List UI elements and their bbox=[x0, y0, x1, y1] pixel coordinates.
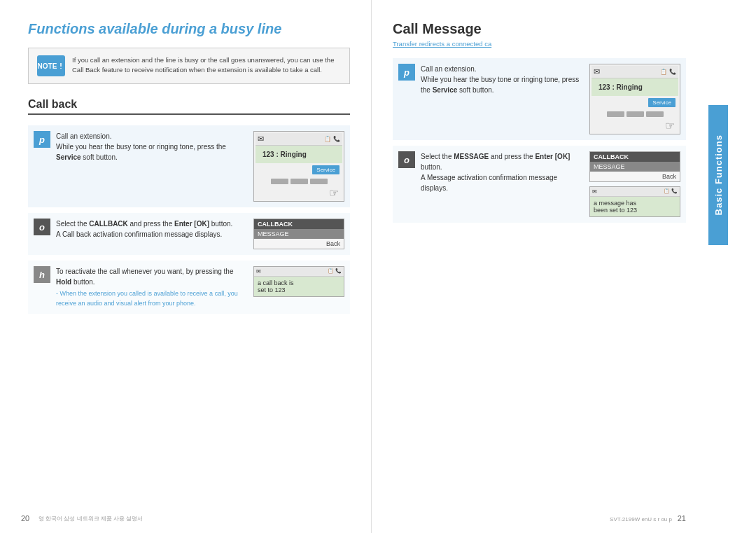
step-o-content: Select the CALLBACK and press the Enter … bbox=[56, 219, 248, 240]
step-o-letter: o bbox=[34, 219, 50, 235]
step-h-text1: To reactivate the call whenever you want… bbox=[56, 266, 248, 287]
step-p-text2: While you hear the busy tone or ringing … bbox=[56, 141, 248, 162]
callset-display-text: a call back isset to 123 bbox=[254, 277, 344, 296]
right-phone-envelope-icon: ✉ bbox=[594, 67, 600, 76]
step-p-content: Call an extension. While you hear the bu… bbox=[56, 131, 248, 162]
soft-buttons bbox=[255, 176, 342, 186]
step-o-callback-screen: CALLBACK MESSAGE Back bbox=[253, 219, 344, 249]
callback-message-item: MESSAGE bbox=[254, 229, 344, 239]
left-page: Functions available during a busy line N… bbox=[0, 0, 371, 533]
callback-header-text: CALLBACK bbox=[254, 219, 344, 229]
callback-subsection-title: Call back bbox=[28, 98, 350, 115]
step-o-text: Select the CALLBACK and press the Enter … bbox=[56, 219, 248, 229]
step-h-note: - When the extension you called is avail… bbox=[56, 289, 248, 308]
step-p-row: p Call an extension. While you hear the … bbox=[28, 125, 350, 207]
right-step-o-confirm: A Message activation confirmation messag… bbox=[421, 172, 584, 193]
note-text: If you call an extension and the line is… bbox=[72, 55, 341, 76]
step-h-letter: h bbox=[34, 266, 50, 283]
phone-envelope-icon: ✉ bbox=[258, 134, 264, 144]
right-callback-header: CALLBACK bbox=[590, 152, 680, 162]
step-o-row: o Select the CALLBACK and press the Ente… bbox=[28, 213, 350, 255]
step-o-confirm: A Call back activation confirmation mess… bbox=[56, 229, 248, 240]
right-phone-ringing-text: 123 : Ringing bbox=[595, 81, 675, 93]
step-p-text1: Call an extension. bbox=[56, 131, 248, 141]
phone-ringing-text: 123 : Ringing bbox=[259, 148, 339, 160]
left-section-title: Functions available during a busy line bbox=[28, 21, 350, 37]
callback-back-btn: Back bbox=[254, 239, 344, 249]
hand-cursor-icon: ☞ bbox=[255, 186, 342, 200]
page-number-left: 20 bbox=[21, 514, 29, 522]
transfer-note: Transfer redirects a connected ca bbox=[393, 40, 686, 48]
right-step-p-screen: ✉ 📋📞 123 : Ringing Service bbox=[589, 64, 680, 134]
step-h-screen: ✉ 📋📞 a call back isset to 123 bbox=[253, 266, 344, 297]
right-step-o-text: Select the MESSAGE and press the Enter [… bbox=[421, 151, 584, 172]
step-h-row: h To reactivate the call whenever you wa… bbox=[28, 261, 350, 314]
note-icon: NOTE bbox=[37, 55, 65, 76]
right-step-o-screens: CALLBACK MESSAGE Back ✉ 📋📞 a message has… bbox=[589, 151, 680, 217]
right-step-p-row: p Call an extension. While you hear the … bbox=[393, 58, 686, 140]
right-step-p-content: Call an extension. While you hear the bu… bbox=[421, 64, 584, 95]
note-icon-text: NOTE bbox=[38, 62, 57, 70]
right-callset-display-text: a message hasbeen set to 123 bbox=[590, 197, 680, 216]
right-service-button-label: Service bbox=[648, 98, 676, 107]
right-back-btn: Back bbox=[590, 172, 680, 181]
right-step-o-content: Select the MESSAGE and press the Enter [… bbox=[421, 151, 584, 193]
right-step-o-row: o Select the MESSAGE and press the Enter… bbox=[393, 146, 686, 223]
step-h-content: To reactivate the call whenever you want… bbox=[56, 266, 248, 308]
right-callback-screen: CALLBACK MESSAGE Back bbox=[589, 151, 680, 182]
callset-header-icons: ✉ 📋📞 bbox=[254, 267, 344, 277]
right-step-p-text2: While you hear the busy tone or ringing … bbox=[421, 74, 584, 95]
service-button-label: Service bbox=[312, 165, 340, 174]
right-hand-cursor-icon: ☞ bbox=[592, 119, 678, 132]
footer-left-text: 영 한국어 삼성 네트워크 제품 사용 설명서 bbox=[38, 515, 143, 522]
page-number-right: 21 bbox=[678, 514, 686, 522]
step-p-letter: p bbox=[34, 131, 50, 148]
note-box: NOTE If you call an extension and the li… bbox=[28, 48, 350, 84]
sidebar-tab-text: Basic Functions bbox=[713, 134, 724, 215]
right-soft-buttons bbox=[592, 109, 678, 119]
right-step-o-letter: o bbox=[398, 151, 415, 168]
right-callset-screen: ✉ 📋📞 a message hasbeen set to 123 bbox=[589, 186, 680, 217]
footer-right-text: SVT-2199W enU s r ou p bbox=[610, 516, 672, 522]
sidebar-tab: Basic Functions bbox=[708, 105, 728, 245]
right-step-p-letter: p bbox=[398, 64, 415, 81]
right-page: Basic Functions Call Message Transfer re… bbox=[371, 0, 728, 533]
right-callset-header-icons: ✉ 📋📞 bbox=[590, 187, 680, 197]
right-message-item: MESSAGE bbox=[590, 162, 680, 172]
call-message-title: Call Message bbox=[393, 21, 686, 37]
right-step-p-text1: Call an extension. bbox=[421, 64, 584, 74]
step-p-screen: ✉ 📋📞 123 : Ringing Service bbox=[253, 131, 344, 202]
